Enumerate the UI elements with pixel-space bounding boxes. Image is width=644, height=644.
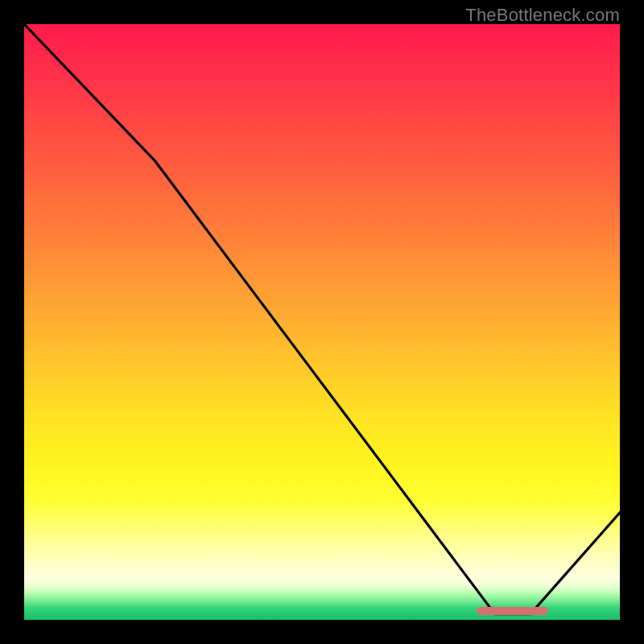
optimal-range-marker — [477, 607, 548, 615]
plot-area — [24, 24, 620, 620]
chart-container: TheBottleneck.com — [0, 0, 644, 644]
curve-path — [24, 24, 620, 614]
bottleneck-curve — [24, 24, 620, 620]
watermark-label: TheBottleneck.com — [465, 5, 620, 26]
